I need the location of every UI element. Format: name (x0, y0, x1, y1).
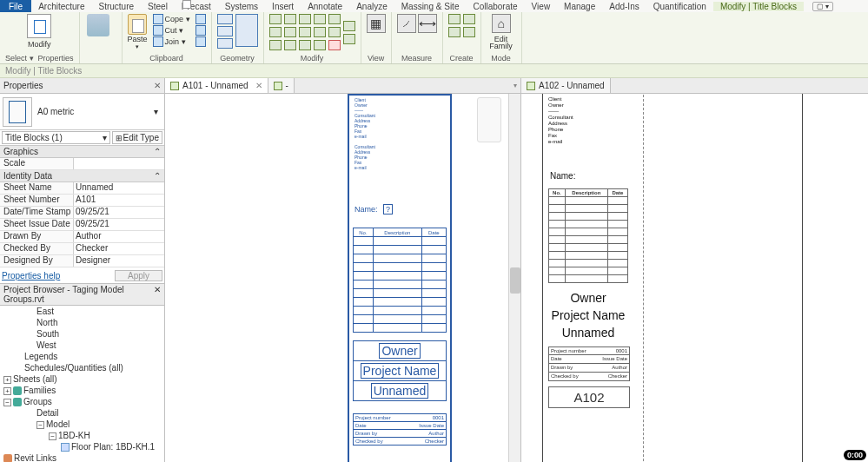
close-properties-icon[interactable]: ✕ (154, 81, 161, 90)
edit-family-button[interactable]: ⌂ Edit Family (487, 14, 516, 50)
tree-toggle[interactable]: − (36, 421, 44, 429)
tree-item[interactable]: +Sheets (all) (0, 373, 164, 385)
properties-category-graphics[interactable]: Graphics⌃ (0, 146, 164, 158)
tab-a102[interactable]: A102 - Unnamed (521, 78, 611, 93)
tree-item[interactable]: −Groups (0, 396, 164, 407)
menu-view[interactable]: View (525, 2, 558, 11)
property-row[interactable]: Checked ByChecker (0, 243, 164, 255)
dimension-icon[interactable]: ⟷ (418, 14, 437, 33)
property-row[interactable]: Sheet NumberA101 (0, 195, 164, 207)
menu-manage[interactable]: Manage (557, 2, 602, 11)
mod-icon[interactable] (284, 40, 296, 50)
properties-button[interactable] (80, 14, 116, 36)
tree-item[interactable]: West (0, 340, 164, 351)
apply-button[interactable]: Apply (115, 270, 162, 281)
tab-a101[interactable]: A101 - Unnamed ✕ (165, 78, 268, 93)
mod-icon[interactable] (328, 14, 341, 24)
title-block-a101[interactable]: ClientOwner——ConsultantAddressPhoneFaxe-… (348, 94, 452, 462)
create-icon[interactable] (448, 14, 461, 24)
mod-icon[interactable] (299, 14, 311, 24)
properties-category-identity[interactable]: Identity Data⌃ (0, 170, 164, 182)
cope-button[interactable]: Cope ▾ (153, 14, 190, 24)
join-button[interactable]: Join ▾ (153, 36, 190, 47)
tree-item[interactable]: South (0, 328, 164, 340)
measure-icon[interactable]: ⟋ (397, 14, 416, 33)
tree-item[interactable]: +Families (0, 385, 164, 396)
menu-architecture[interactable]: Architecture (31, 2, 91, 11)
type-selector[interactable]: A0 metric▾ (0, 94, 164, 130)
sheet-name-value[interactable]: ? (383, 204, 393, 214)
property-row[interactable]: Drawn ByAuthor (0, 231, 164, 243)
camera-dropdown[interactable]: ▢ ▾ (812, 2, 833, 11)
tree-item[interactable]: East (0, 306, 164, 317)
view-icon[interactable]: ▦ (367, 14, 386, 33)
properties-help-link[interactable]: Properties help (2, 271, 60, 280)
project-browser[interactable]: EastNorthSouthWestLegendsSchedules/Quant… (0, 306, 164, 462)
mod-icon[interactable] (343, 21, 355, 31)
sheet-owner[interactable]: Owner (379, 343, 420, 359)
menu-precast[interactable]: Precast (175, 2, 218, 11)
tree-item[interactable]: Revit Links (0, 452, 164, 462)
menu-analyze[interactable]: Analyze (349, 2, 394, 11)
tree-toggle[interactable]: − (49, 432, 56, 440)
tree-item[interactable]: North (0, 317, 164, 328)
property-row[interactable]: Sheet Issue Date09/25/21 (0, 219, 164, 231)
tree-toggle[interactable]: + (3, 376, 11, 384)
mod-icon[interactable] (269, 27, 282, 37)
menu-quantification[interactable]: Quantification (646, 2, 713, 11)
geo-icon[interactable] (217, 26, 233, 36)
clip-icon-2[interactable] (195, 25, 206, 36)
mod-icon[interactable] (299, 40, 311, 50)
scrollbar-thumb[interactable] (510, 267, 520, 294)
tree-item[interactable]: Legends (0, 351, 164, 362)
create-icon[interactable] (448, 27, 461, 37)
mod-icon[interactable] (284, 14, 296, 24)
menu-structure[interactable]: Structure (91, 2, 141, 11)
nav-wheel[interactable] (477, 97, 501, 142)
menu-massing-site[interactable]: Massing & Site (394, 2, 467, 11)
clip-icon-1[interactable] (195, 14, 206, 24)
menu-add-ins[interactable]: Add-Ins (602, 2, 646, 11)
mod-icon[interactable] (284, 27, 296, 37)
tree-item[interactable]: Detail (0, 407, 164, 419)
vertical-scrollbar[interactable] (508, 94, 520, 462)
view-a101[interactable]: ClientOwner——ConsultantAddressPhoneFaxe-… (165, 94, 520, 462)
property-row[interactable]: Sheet NameUnnamed (0, 182, 164, 195)
edit-type-button[interactable]: ⊞ Edit Type (112, 131, 162, 144)
property-row[interactable]: Designed ByDesigner (0, 255, 164, 267)
clip-icon-3[interactable] (195, 36, 206, 47)
tree-item[interactable]: −Model (0, 419, 164, 430)
property-row-scale[interactable]: Scale (0, 158, 164, 170)
menu-annotate[interactable]: Annotate (301, 2, 349, 11)
create-icon[interactable] (463, 14, 475, 24)
paste-button[interactable]: Paste ▾ (128, 14, 148, 50)
menu-steel[interactable]: Steel (141, 2, 175, 11)
mod-icon[interactable] (269, 40, 282, 50)
mod-icon[interactable] (314, 40, 326, 50)
tree-item[interactable]: −1BD-KH (0, 430, 164, 441)
select-dropdown[interactable]: Select ▾ (5, 54, 34, 63)
instance-filter-dropdown[interactable]: Title Blocks (1)▾ (2, 131, 110, 144)
tab-dash[interactable]: - (268, 78, 295, 93)
menu-insert[interactable]: Insert (265, 2, 301, 11)
tree-toggle[interactable]: − (3, 399, 11, 406)
mod-icon[interactable] (299, 27, 311, 37)
cut-button[interactable]: Cut ▾ (153, 25, 190, 36)
menu-collaborate[interactable]: Collaborate (466, 2, 524, 11)
sheet-title[interactable]: Unnamed (371, 383, 429, 399)
title-block-a102[interactable]: ClientOwner——ConsultantAddressPhoneFaxe-… (542, 94, 803, 462)
tree-item[interactable]: Schedules/Quantities (all) (0, 362, 164, 373)
delete-icon[interactable] (328, 40, 341, 50)
move-icon[interactable] (235, 14, 258, 47)
view-a102[interactable]: ClientOwner——ConsultantAddressPhoneFaxe-… (520, 94, 868, 462)
close-tab-icon[interactable]: ✕ (255, 81, 262, 90)
tree-item[interactable]: Floor Plan: 1BD-KH.1 (0, 441, 164, 452)
geo-icon[interactable] (217, 38, 233, 49)
tree-toggle[interactable]: + (3, 387, 11, 395)
tab-drop-icon[interactable]: ▾ (514, 82, 517, 89)
mod-icon[interactable] (328, 27, 341, 37)
menu-modify-titleblocks[interactable]: Modify | Title Blocks (713, 2, 804, 11)
file-menu[interactable]: File (0, 0, 31, 12)
mod-icon[interactable] (314, 27, 326, 37)
close-browser-icon[interactable]: ✕ (154, 285, 161, 304)
